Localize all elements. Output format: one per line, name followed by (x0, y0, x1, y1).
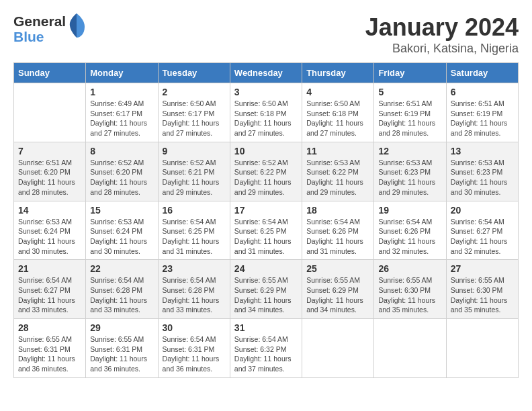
day-detail: Sunrise: 6:54 AMSunset: 6:26 PMDaylight:… (378, 217, 441, 257)
day-detail: Sunrise: 6:55 AMSunset: 6:29 PMDaylight:… (306, 275, 369, 315)
day-number: 9 (163, 146, 226, 156)
day-number: 15 (90, 205, 153, 216)
calendar-day-cell: 14Sunrise: 6:53 AMSunset: 6:24 PMDayligh… (14, 201, 86, 260)
day-of-week-header: Tuesday (158, 63, 230, 83)
day-number: 4 (306, 87, 369, 97)
day-of-week-header: Saturday (446, 63, 518, 83)
day-detail: Sunrise: 6:52 AMSunset: 6:20 PMDaylight:… (90, 158, 153, 197)
day-of-week-header: Friday (374, 63, 446, 83)
day-detail: Sunrise: 6:51 AMSunset: 6:19 PMDaylight:… (378, 99, 441, 138)
day-of-week-header: Monday (86, 63, 158, 83)
day-number: 13 (451, 146, 514, 156)
day-detail: Sunrise: 6:52 AMSunset: 6:21 PMDaylight:… (163, 158, 226, 197)
day-number: 25 (306, 263, 369, 274)
calendar-week-row: 21Sunrise: 6:54 AMSunset: 6:27 PMDayligh… (14, 260, 519, 319)
page-title: January 2024 (365, 13, 519, 42)
calendar-day-cell: 31Sunrise: 6:54 AMSunset: 6:32 PMDayligh… (230, 319, 302, 378)
day-detail: Sunrise: 6:53 AMSunset: 6:24 PMDaylight:… (18, 217, 81, 257)
day-number: 11 (306, 146, 369, 156)
day-detail: Sunrise: 6:54 AMSunset: 6:28 PMDaylight:… (163, 275, 226, 315)
day-of-week-header: Thursday (302, 63, 374, 83)
calendar-week-row: 1Sunrise: 6:49 AMSunset: 6:17 PMDaylight… (14, 83, 519, 142)
calendar-day-cell: 18Sunrise: 6:54 AMSunset: 6:26 PMDayligh… (302, 201, 374, 260)
calendar-day-cell: 1Sunrise: 6:49 AMSunset: 6:17 PMDaylight… (86, 83, 158, 142)
logo-general: General (13, 13, 66, 29)
day-number: 20 (451, 205, 514, 216)
calendar-day-cell: 27Sunrise: 6:55 AMSunset: 6:30 PMDayligh… (446, 260, 518, 319)
day-number: 27 (451, 263, 514, 274)
day-number: 1 (90, 87, 153, 97)
calendar-day-cell: 8Sunrise: 6:52 AMSunset: 6:20 PMDaylight… (86, 142, 158, 201)
day-detail: Sunrise: 6:52 AMSunset: 6:22 PMDaylight:… (234, 158, 298, 197)
day-number: 8 (90, 146, 153, 156)
calendar-day-cell: 11Sunrise: 6:53 AMSunset: 6:22 PMDayligh… (302, 142, 374, 201)
day-detail: Sunrise: 6:50 AMSunset: 6:17 PMDaylight:… (163, 99, 226, 138)
day-number: 2 (163, 87, 226, 97)
calendar-day-cell: 28Sunrise: 6:55 AMSunset: 6:31 PMDayligh… (14, 319, 86, 378)
day-of-week-header: Wednesday (230, 63, 302, 83)
calendar-day-cell: 25Sunrise: 6:55 AMSunset: 6:29 PMDayligh… (302, 260, 374, 319)
calendar-day-cell: 9Sunrise: 6:52 AMSunset: 6:21 PMDaylight… (158, 142, 230, 201)
calendar-day-cell: 3Sunrise: 6:50 AMSunset: 6:18 PMDaylight… (230, 83, 302, 142)
day-number: 29 (90, 322, 153, 333)
day-detail: Sunrise: 6:53 AMSunset: 6:22 PMDaylight:… (306, 158, 369, 197)
day-detail: Sunrise: 6:54 AMSunset: 6:31 PMDaylight:… (163, 334, 226, 374)
calendar-day-cell: 22Sunrise: 6:54 AMSunset: 6:28 PMDayligh… (86, 260, 158, 319)
day-detail: Sunrise: 6:55 AMSunset: 6:30 PMDaylight:… (378, 275, 441, 315)
day-detail: Sunrise: 6:55 AMSunset: 6:31 PMDaylight:… (18, 334, 81, 374)
page-header: General Blue January 2024 Bakori, Katsin… (13, 13, 519, 56)
day-number: 19 (378, 205, 441, 216)
day-number: 23 (163, 263, 226, 274)
calendar-week-row: 7Sunrise: 6:51 AMSunset: 6:20 PMDaylight… (14, 142, 519, 201)
calendar-body: 1Sunrise: 6:49 AMSunset: 6:17 PMDaylight… (14, 83, 519, 378)
day-detail: Sunrise: 6:54 AMSunset: 6:25 PMDaylight:… (234, 217, 298, 257)
day-number: 16 (163, 205, 226, 216)
calendar-day-cell: 24Sunrise: 6:55 AMSunset: 6:29 PMDayligh… (230, 260, 302, 319)
calendar-day-cell: 10Sunrise: 6:52 AMSunset: 6:22 PMDayligh… (230, 142, 302, 201)
calendar-day-cell (374, 319, 446, 378)
calendar-day-cell: 6Sunrise: 6:51 AMSunset: 6:19 PMDaylight… (446, 83, 518, 142)
page-subtitle: Bakori, Katsina, Nigeria (365, 42, 519, 56)
calendar-table: SundayMondayTuesdayWednesdayThursdayFrid… (13, 62, 519, 378)
day-number: 28 (18, 322, 81, 333)
calendar-day-cell: 21Sunrise: 6:54 AMSunset: 6:27 PMDayligh… (14, 260, 86, 319)
day-number: 30 (163, 322, 226, 333)
day-number: 21 (18, 263, 81, 274)
day-detail: Sunrise: 6:55 AMSunset: 6:31 PMDaylight:… (90, 334, 153, 374)
day-detail: Sunrise: 6:53 AMSunset: 6:24 PMDaylight:… (90, 217, 153, 257)
logo-icon (67, 12, 86, 39)
day-number: 3 (234, 87, 298, 97)
day-detail: Sunrise: 6:54 AMSunset: 6:27 PMDaylight:… (451, 217, 514, 257)
calendar-day-cell (446, 319, 518, 378)
day-detail: Sunrise: 6:50 AMSunset: 6:18 PMDaylight:… (234, 99, 298, 138)
day-number: 7 (18, 146, 81, 156)
calendar-header: SundayMondayTuesdayWednesdayThursdayFrid… (14, 63, 519, 83)
day-detail: Sunrise: 6:49 AMSunset: 6:17 PMDaylight:… (90, 99, 153, 138)
day-number: 5 (378, 87, 441, 97)
day-detail: Sunrise: 6:55 AMSunset: 6:30 PMDaylight:… (451, 275, 514, 315)
calendar-day-cell: 4Sunrise: 6:50 AMSunset: 6:18 PMDaylight… (302, 83, 374, 142)
day-number: 14 (18, 205, 81, 216)
day-detail: Sunrise: 6:54 AMSunset: 6:26 PMDaylight:… (306, 217, 369, 257)
calendar-day-cell: 5Sunrise: 6:51 AMSunset: 6:19 PMDaylight… (374, 83, 446, 142)
calendar-day-cell: 26Sunrise: 6:55 AMSunset: 6:30 PMDayligh… (374, 260, 446, 319)
day-number: 17 (234, 205, 298, 216)
calendar-day-cell: 17Sunrise: 6:54 AMSunset: 6:25 PMDayligh… (230, 201, 302, 260)
day-of-week-header: Sunday (14, 63, 86, 83)
calendar-day-cell: 12Sunrise: 6:53 AMSunset: 6:23 PMDayligh… (374, 142, 446, 201)
title-block: January 2024 Bakori, Katsina, Nigeria (365, 13, 519, 56)
calendar-day-cell: 30Sunrise: 6:54 AMSunset: 6:31 PMDayligh… (158, 319, 230, 378)
calendar-day-cell: 23Sunrise: 6:54 AMSunset: 6:28 PMDayligh… (158, 260, 230, 319)
day-detail: Sunrise: 6:55 AMSunset: 6:29 PMDaylight:… (234, 275, 298, 315)
calendar-day-cell: 15Sunrise: 6:53 AMSunset: 6:24 PMDayligh… (86, 201, 158, 260)
day-detail: Sunrise: 6:54 AMSunset: 6:28 PMDaylight:… (90, 275, 153, 315)
calendar-day-cell: 13Sunrise: 6:53 AMSunset: 6:23 PMDayligh… (446, 142, 518, 201)
day-number: 12 (378, 146, 441, 156)
day-number: 24 (234, 263, 298, 274)
day-detail: Sunrise: 6:54 AMSunset: 6:25 PMDaylight:… (163, 217, 226, 257)
day-number: 31 (234, 322, 298, 333)
header-row: SundayMondayTuesdayWednesdayThursdayFrid… (14, 63, 519, 83)
day-number: 18 (306, 205, 369, 216)
day-detail: Sunrise: 6:50 AMSunset: 6:18 PMDaylight:… (306, 99, 369, 138)
day-detail: Sunrise: 6:54 AMSunset: 6:32 PMDaylight:… (234, 334, 298, 374)
